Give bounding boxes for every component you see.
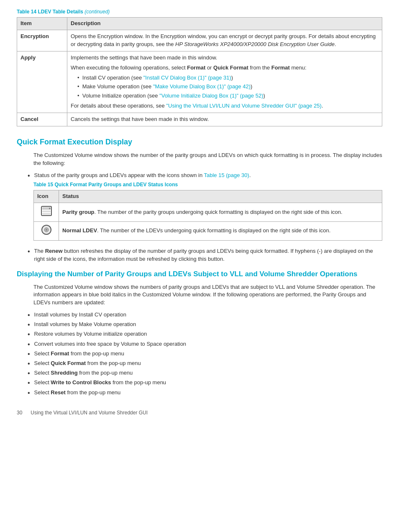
desc-cancel: Cancels the settings that have been made…	[67, 113, 382, 126]
displaying-section-heading: Displaying the Number of Parity Groups a…	[17, 270, 382, 279]
parity-status: Parity group. The number of the parity g…	[59, 203, 382, 222]
table14-title: Table 14 LDEV Table Details (continued)	[17, 8, 382, 15]
item-cancel: Cancel	[17, 113, 67, 126]
svg-rect-2	[42, 211, 51, 212]
displaying-bullet1: • Install volumes by Install CV operatio…	[17, 311, 382, 319]
link-volume-init[interactable]: "Volume Initialize Dialog Box (1)" (page…	[159, 93, 263, 99]
ldev-status: Normal LDEV. The number of the LDEVs und…	[59, 221, 382, 240]
table-row: Encryption Opens the Encryption window. …	[17, 30, 382, 51]
bullet-dot: •	[28, 321, 30, 329]
table14-title-text: Table 14 LDEV Table Details	[17, 9, 83, 15]
desc-encryption: Opens the Encryption window. In the Encr…	[67, 30, 382, 51]
table14-continued: (continued)	[84, 9, 110, 15]
item-encryption: Encryption	[17, 30, 67, 51]
displaying-intro: The Customized Volume window shows the n…	[33, 283, 382, 307]
renew-text: The Renew button refreshes the display o…	[34, 247, 382, 263]
bullet-dot: •	[28, 369, 30, 377]
page-footer: 30 Using the Virtual LVI/LUN and Volume …	[17, 409, 382, 416]
displaying-bullet7: • Select Shredding from the pop-up menu	[17, 369, 382, 377]
svg-point-4	[49, 208, 51, 209]
col-icon: Icon	[34, 190, 59, 203]
table-row: Cancel Cancels the settings that have be…	[17, 113, 382, 126]
link-install-cv[interactable]: "Install CV Dialog Box (1)" (page 31)	[143, 75, 231, 81]
col-item: Item	[17, 18, 67, 30]
bullet-dot: •	[28, 340, 30, 348]
bullet-dot2: •	[28, 247, 30, 256]
link-table15[interactable]: Table 15 (page 30)	[204, 172, 249, 178]
col-status: Status	[59, 190, 382, 203]
link-make-volume[interactable]: "Make Volume Dialog Box (1)" (page 42)	[153, 83, 251, 90]
link-virtual-lvi[interactable]: "Using the Virtual LVI/LUN and Volume Sh…	[166, 103, 322, 109]
displaying-bullet2: • Install volumes by Make Volume operati…	[17, 321, 382, 329]
bullet1-text: Status of the parity groups and LDEVs ap…	[34, 172, 382, 180]
normal-ldev-icon	[41, 224, 52, 235]
table-row: Parity group. The number of the parity g…	[34, 203, 382, 222]
footer-text: Using the Virtual LVI/LUN and Volume Shr…	[31, 409, 148, 416]
parity-group-icon	[41, 206, 52, 216]
bullet-dot: •	[28, 330, 30, 338]
displaying-bullet9: • Select Reset from the pop-up menu	[17, 389, 382, 397]
bullet-dot: •	[28, 172, 30, 180]
col-description: Description	[67, 18, 382, 30]
bullet-dot: •	[28, 350, 30, 358]
quick-format-bullet2: • The Renew button refreshes the display…	[28, 247, 382, 263]
table15: Icon Status Parity group. The number of …	[33, 190, 382, 241]
bullet-dot: •	[28, 389, 30, 397]
quick-format-bullet1: • Status of the parity groups and LDEVs …	[17, 172, 382, 180]
bullet-dot: •	[28, 379, 30, 387]
displaying-bullet6: • Select Quick Format from the pop-up me…	[17, 360, 382, 368]
svg-rect-3	[42, 213, 51, 215]
displaying-bullet4: • Convert volumes into free space by Vol…	[17, 340, 382, 348]
ldev-icon-cell	[34, 221, 59, 240]
table-row: Normal LDEV. The number of the LDEVs und…	[34, 221, 382, 240]
parity-icon-cell	[34, 203, 59, 222]
displaying-bullet5: • Select Format from the pop-up menu	[17, 350, 382, 358]
svg-point-7	[46, 229, 47, 231]
page-number: 30	[17, 409, 22, 416]
table14: Item Description Encryption Opens the En…	[17, 17, 382, 126]
quick-format-heading: Quick Format Execution Display	[17, 136, 382, 147]
quick-format-intro: The Customized Volume window shows the n…	[33, 152, 382, 167]
table-row: Apply Implements the settings that have …	[17, 51, 382, 113]
bullet-dot: •	[28, 360, 30, 368]
displaying-bullet8: • Select Write to Control Blocks from th…	[17, 379, 382, 387]
item-apply: Apply	[17, 51, 67, 113]
displaying-bullet3: • Restore volumes by Volume initialize o…	[17, 330, 382, 338]
bullet-dot: •	[28, 311, 30, 319]
desc-apply: Implements the settings that have been m…	[67, 51, 382, 113]
table15-title: Table 15 Quick Format Parity Groups and …	[33, 181, 382, 188]
